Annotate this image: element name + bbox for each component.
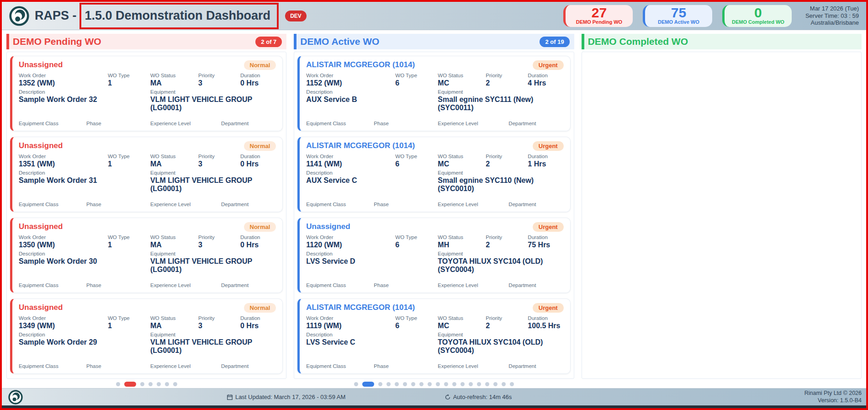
page-count-badge: 2 of 7 [255, 37, 282, 47]
page-dot[interactable] [148, 382, 153, 386]
stat-active-label: DEMO Active WO [658, 19, 699, 25]
page-dot[interactable] [157, 382, 161, 386]
field-priority: Priority2 [486, 315, 528, 330]
page-dot[interactable] [378, 382, 382, 386]
dashboard-title: 1.5.0 Demonstration Dashboard [85, 9, 271, 23]
page-dot[interactable] [395, 382, 399, 386]
field-duration: Duration1 Hrs [528, 153, 563, 168]
page-dot[interactable] [419, 382, 423, 386]
field-value: VLM LIGHT VEHICLE GROUP (LG0001) [150, 338, 265, 355]
page-dot[interactable] [444, 382, 448, 386]
field-value: MC [438, 160, 486, 168]
spacer [19, 112, 276, 120]
wo-card[interactable]: UnassignedUrgentWork Order1120 (WM)WO Ty… [297, 218, 570, 293]
column-completed-header: DEMO Completed WO [582, 34, 862, 49]
card-header-row: UnassignedNormal [19, 60, 276, 70]
card-desc-row: DescriptionLVS Service CEquipmentTOYOTA … [306, 331, 563, 355]
page-dot[interactable] [460, 382, 465, 386]
stat-active-wo[interactable]: 75 DEMO Active WO [643, 5, 712, 27]
app-name: RAPS - [35, 9, 77, 23]
field-value: Small egnine SYC111 (New) (SYC0011) [438, 96, 552, 112]
wo-card[interactable]: ALISTAIR MCGREGOR (1014)UrgentWork Order… [297, 298, 570, 374]
page-dot[interactable] [428, 382, 432, 386]
page-dot[interactable] [436, 382, 440, 386]
field-value: 6 [395, 79, 438, 87]
wo-card[interactable]: UnassignedNormalWork Order1351 (WM)WO Ty… [10, 137, 283, 212]
field-label: Equipment [438, 89, 563, 96]
page-dot[interactable] [386, 382, 391, 386]
field-value: 0 Hrs [240, 79, 276, 87]
column-pending-header: DEMO Pending WO 2 of 7 [6, 34, 286, 49]
wo-card[interactable]: UnassignedNormalWork Order1352 (WM)WO Ty… [10, 56, 283, 131]
field-label-phase: Phase [374, 282, 438, 289]
field-label-department: Department [508, 282, 563, 289]
field-label: Description [306, 331, 438, 338]
card-fields-row: Work Order1351 (WM)WO Type1WO StatusMAPr… [19, 153, 276, 168]
page-dot[interactable] [452, 382, 456, 386]
page-dot[interactable] [411, 382, 415, 386]
field-value: 3 [198, 241, 240, 249]
field-label: Duration [240, 315, 276, 322]
page-dot[interactable] [140, 382, 144, 386]
field-label-equipment-class: Equipment Class [19, 363, 86, 370]
page-dot[interactable] [403, 382, 407, 386]
field-label-phase: Phase [86, 120, 150, 127]
page-dot[interactable] [124, 382, 136, 387]
field-label: Work Order [306, 315, 395, 322]
field-wo-status: WO StatusMC [438, 153, 486, 168]
field-value: Small egnine SYC110 (New) (SYC0010) [438, 176, 552, 193]
field-value: TOYOTA HILUX SYC104 (OLD) (SYC0004) [438, 257, 552, 274]
page-dot[interactable] [493, 382, 498, 386]
spacer [306, 274, 563, 282]
field-label-equipment-class: Equipment Class [19, 282, 86, 289]
page-dot[interactable] [477, 382, 481, 386]
stat-pending-wo[interactable]: 27 DEMO Pending WO [563, 5, 633, 27]
field-work-order: Work Order1351 (WM) [19, 153, 108, 168]
field-duration: Duration0 Hrs [240, 72, 276, 87]
field-value: 6 [395, 322, 438, 330]
stat-pending-label: DEMO Pending WO [576, 19, 622, 25]
page-dot[interactable] [469, 382, 473, 386]
spacer [19, 274, 276, 282]
page-dot[interactable] [354, 382, 358, 386]
field-label-equipment-class: Equipment Class [306, 282, 374, 289]
field-value: 2 [486, 322, 528, 330]
field-wo-type: WO Type6 [395, 72, 438, 87]
page-dot[interactable] [165, 382, 169, 386]
field-label: WO Status [438, 315, 486, 322]
field-value: MH [438, 241, 486, 249]
card-fields-row: Work Order1349 (WM)WO Type1WO StatusMAPr… [19, 315, 276, 330]
page-dot[interactable] [362, 382, 374, 387]
card-desc-row: DescriptionSample Work Order 31Equipment… [19, 170, 276, 193]
card-bottom-labels: Equipment ClassPhaseExperience LevelDepa… [306, 363, 563, 370]
company-copyright: Rinami Pty Ltd © 2026 [804, 390, 862, 397]
wo-card[interactable]: ALISTAIR MCGREGOR (1014)UrgentWork Order… [297, 56, 570, 131]
footer-company-info: Rinami Pty Ltd © 2026 Version: 1.5.0-B4 [804, 390, 862, 404]
field-value: 6 [395, 241, 438, 249]
field-label: WO Type [108, 234, 150, 241]
field-value: AUX Service B [306, 96, 438, 104]
field-label: Priority [198, 234, 240, 241]
field-work-order: Work Order1350 (WM) [19, 234, 108, 249]
page-dot[interactable] [116, 382, 120, 386]
page-dot[interactable] [173, 382, 177, 386]
field-label: Work Order [19, 72, 108, 79]
field-wo-status: WO StatusMC [438, 72, 486, 87]
field-value: 3 [198, 322, 240, 330]
field-label-department: Department [508, 120, 563, 127]
wo-card[interactable]: UnassignedNormalWork Order1349 (WM)WO Ty… [10, 298, 283, 374]
page-dot[interactable] [510, 382, 514, 386]
field-label: WO Type [395, 234, 438, 241]
page-dot[interactable] [502, 382, 506, 386]
field-value: 0 Hrs [240, 322, 276, 330]
page-dot[interactable] [485, 382, 489, 386]
wo-card[interactable]: UnassignedNormalWork Order1350 (WM)WO Ty… [10, 218, 283, 293]
stat-completed-wo[interactable]: 0 DEMO Completed WO [722, 5, 792, 27]
field-label-phase: Phase [86, 282, 150, 289]
field-equipment: EquipmentTOYOTA HILUX SYC104 (OLD) (SYC0… [438, 250, 563, 274]
wo-card[interactable]: ALISTAIR MCGREGOR (1014)UrgentWork Order… [297, 137, 570, 212]
column-active-wo: DEMO Active WO 2 of 19 ALISTAIR MCGREGOR… [294, 34, 574, 387]
column-completed-wo: DEMO Completed WO [582, 34, 862, 387]
field-label: Equipment [150, 250, 276, 257]
field-equipment: EquipmentSmall egnine SYC111 (New) (SYC0… [438, 89, 563, 112]
